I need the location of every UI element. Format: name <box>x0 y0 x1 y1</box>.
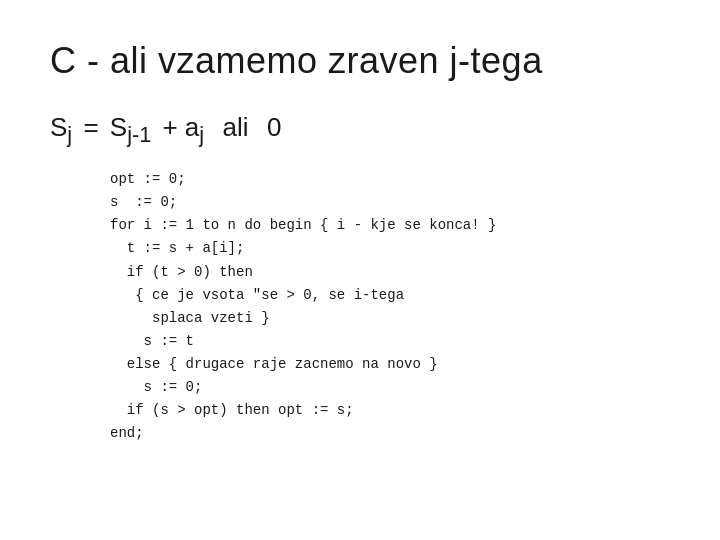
formula-sj1: Sj-1 <box>110 112 151 148</box>
formula-sj: Sj <box>50 112 72 148</box>
formula-separator: ali <box>208 112 263 143</box>
formula-sj-sub: j <box>67 122 72 147</box>
slide: C - ali vzamemo zraven j-tega Sj = Sj-1 … <box>0 0 720 540</box>
formula-sj1-sub: j-1 <box>127 122 151 147</box>
formula-equals: = <box>76 112 106 143</box>
formula: Sj = Sj-1 + aj ali 0 <box>50 112 670 148</box>
formula-plus-aj: + aj <box>155 112 204 148</box>
code-block: opt := 0; s := 0; for i := 1 to n do beg… <box>110 168 670 445</box>
formula-zero: 0 <box>267 112 281 143</box>
slide-title: C - ali vzamemo zraven j-tega <box>50 40 670 82</box>
formula-aj-sub: j <box>199 122 204 147</box>
